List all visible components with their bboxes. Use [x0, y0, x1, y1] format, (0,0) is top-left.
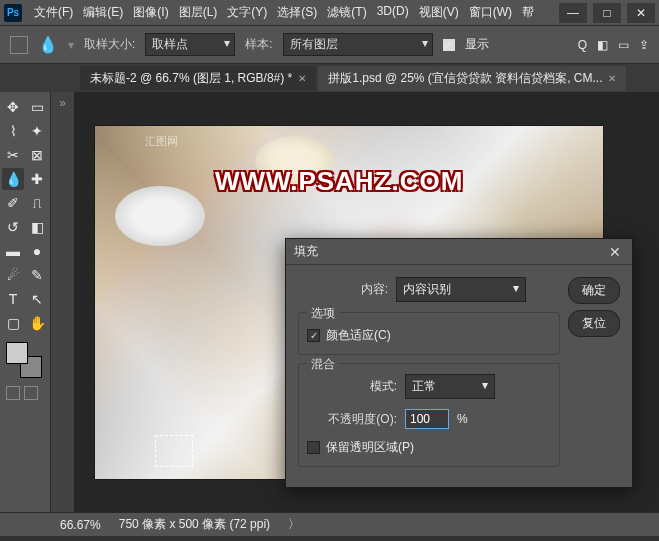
window-controls: ― □ ✕: [559, 3, 655, 23]
crop-tool[interactable]: ✂: [2, 144, 24, 166]
sample-size-label: 取样大小:: [84, 36, 135, 53]
sample-size-select[interactable]: 取样点: [145, 33, 235, 56]
opacity-input[interactable]: [405, 409, 449, 429]
menu-edit[interactable]: 编辑(E): [79, 2, 127, 23]
tool-preset-picker[interactable]: [10, 36, 28, 54]
show-checkbox[interactable]: ✓: [443, 39, 455, 51]
opacity-label: 不透明度(O):: [307, 411, 397, 428]
status-bar: 66.67% 750 像素 x 500 像素 (72 ppi) 〉: [0, 512, 659, 536]
search-icon[interactable]: Q: [578, 38, 587, 52]
lasso-tool[interactable]: ⌇: [2, 120, 24, 142]
options-section-title: 选项: [307, 305, 339, 322]
stamp-tool[interactable]: ⎍: [26, 192, 48, 214]
move-tool[interactable]: ✥: [2, 96, 24, 118]
content-label: 内容:: [298, 281, 388, 298]
document-tabs: 未标题-2 @ 66.7% (图层 1, RGB/8#) * ✕ 拼版1.psd…: [0, 64, 659, 92]
frame-tool[interactable]: ⊠: [26, 144, 48, 166]
expand-icon[interactable]: »: [51, 92, 74, 114]
watermark-text: WWW.PSAHZ.COM: [215, 166, 463, 197]
reset-button[interactable]: 复位: [568, 310, 620, 337]
eraser-tool[interactable]: ◧: [26, 216, 48, 238]
dialog-title: 填充: [294, 243, 318, 260]
content-select[interactable]: 内容识别: [396, 277, 526, 302]
shape-tool[interactable]: ▢: [2, 312, 24, 334]
dodge-tool[interactable]: ☄: [2, 264, 24, 286]
menu-file[interactable]: 文件(F): [30, 2, 77, 23]
close-window-button[interactable]: ✕: [627, 3, 655, 23]
tab-label: 拼版1.psd @ 25% (宜信贷贷款 资料信贷档案, CM...: [328, 70, 602, 87]
blur-tool[interactable]: ●: [26, 240, 48, 262]
blend-section-title: 混合: [307, 356, 339, 373]
share-icon[interactable]: ⇪: [639, 38, 649, 52]
watermark-small: 汇图网: [145, 134, 178, 149]
tab-active[interactable]: 未标题-2 @ 66.7% (图层 1, RGB/8#) * ✕: [80, 66, 316, 91]
pen-tool[interactable]: ✎: [26, 264, 48, 286]
mode-label: 模式:: [307, 378, 397, 395]
type-tool[interactable]: T: [2, 288, 24, 310]
preserve-transparency-label: 保留透明区域(P): [326, 439, 414, 456]
close-icon[interactable]: ✕: [608, 73, 616, 84]
color-swatches[interactable]: [6, 342, 42, 378]
path-tool[interactable]: ↖: [26, 288, 48, 310]
preserve-transparency-checkbox[interactable]: [307, 441, 320, 454]
menu-layer[interactable]: 图层(L): [175, 2, 222, 23]
show-label: 显示: [465, 36, 489, 53]
menu-image[interactable]: 图像(I): [129, 2, 172, 23]
marquee-selection[interactable]: [155, 435, 193, 467]
document-dimensions[interactable]: 750 像素 x 500 像素 (72 ppi): [119, 516, 270, 533]
menu-type[interactable]: 文字(Y): [223, 2, 271, 23]
gradient-tool[interactable]: ▬: [2, 240, 24, 262]
foreground-color[interactable]: [6, 342, 28, 364]
color-adapt-checkbox[interactable]: [307, 329, 320, 342]
menu-3d[interactable]: 3D(D): [373, 2, 413, 23]
collapsed-panels[interactable]: »: [50, 92, 74, 512]
history-brush-tool[interactable]: ↺: [2, 216, 24, 238]
screen-mode-icons: [6, 386, 48, 400]
close-icon[interactable]: ✕: [298, 73, 306, 84]
quickmask-icon[interactable]: [6, 386, 20, 400]
screenmode-icon[interactable]: [24, 386, 38, 400]
tools-panel: ✥ ▭ ⌇ ✦ ✂ ⊠ 💧 ✚ ✐ ⎍ ↺ ◧ ▬ ● ☄ ✎ T ↖ ▢ ✋: [0, 92, 50, 512]
menu-select[interactable]: 选择(S): [273, 2, 321, 23]
opacity-unit: %: [457, 412, 468, 426]
menu-view[interactable]: 视图(V): [415, 2, 463, 23]
options-bar: 💧 ▾ 取样大小: 取样点 样本: 所有图层 ✓ 显示 Q ◧ ▭ ⇪: [0, 26, 659, 64]
ok-button[interactable]: 确定: [568, 277, 620, 304]
healing-tool[interactable]: ✚: [26, 168, 48, 190]
menu-window[interactable]: 窗口(W): [465, 2, 516, 23]
eyedropper-tool[interactable]: 💧: [2, 168, 24, 190]
title-bar: Ps 文件(F) 编辑(E) 图像(I) 图层(L) 文字(Y) 选择(S) 滤…: [0, 0, 659, 26]
menu-filter[interactable]: 滤镜(T): [323, 2, 370, 23]
status-chevron-icon[interactable]: 〉: [288, 516, 300, 533]
menu-bar: 文件(F) 编辑(E) 图像(I) 图层(L) 文字(Y) 选择(S) 滤镜(T…: [30, 2, 559, 23]
marquee-tool[interactable]: ▭: [26, 96, 48, 118]
maximize-button[interactable]: □: [593, 3, 621, 23]
ring-icon[interactable]: ◧: [597, 38, 608, 52]
hand-tool[interactable]: ✋: [26, 312, 48, 334]
options-section: 选项 颜色适应(C): [298, 312, 560, 355]
quick-select-tool[interactable]: ✦: [26, 120, 48, 142]
brush-tool[interactable]: ✐: [2, 192, 24, 214]
sample-label: 样本:: [245, 36, 272, 53]
mode-select[interactable]: 正常: [405, 374, 495, 399]
tab-inactive[interactable]: 拼版1.psd @ 25% (宜信贷贷款 资料信贷档案, CM... ✕: [318, 66, 626, 91]
frame-icon[interactable]: ▭: [618, 38, 629, 52]
blend-section: 混合 模式: 正常 不透明度(O): % 保留透明区域(P): [298, 363, 560, 467]
dialog-titlebar[interactable]: 填充 ✕: [286, 239, 632, 265]
menu-help[interactable]: 帮: [518, 2, 538, 23]
app-icon: Ps: [4, 4, 22, 22]
dialog-close-button[interactable]: ✕: [606, 243, 624, 261]
tab-label: 未标题-2 @ 66.7% (图层 1, RGB/8#) *: [90, 70, 292, 87]
zoom-level[interactable]: 66.67%: [60, 518, 101, 532]
color-adapt-label: 颜色适应(C): [326, 327, 391, 344]
minimize-button[interactable]: ―: [559, 3, 587, 23]
fill-dialog: 填充 ✕ 内容: 内容识别 选项 颜色适应(C) 混合 模式: 正常: [285, 238, 633, 488]
sample-select[interactable]: 所有图层: [283, 33, 433, 56]
eyedropper-icon: 💧: [38, 35, 58, 54]
